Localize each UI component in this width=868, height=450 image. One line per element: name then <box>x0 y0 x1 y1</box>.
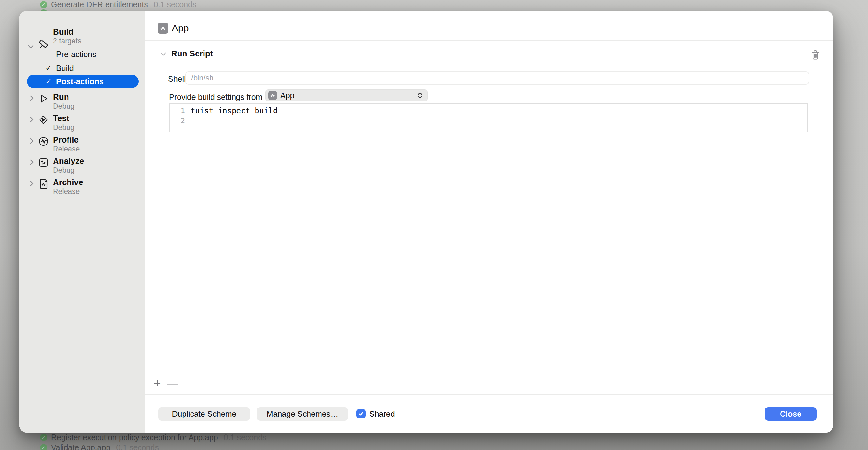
up-down-chevrons-icon <box>416 91 424 99</box>
log-row-duration: 0.1 seconds <box>154 0 196 9</box>
footer-divider <box>145 394 833 394</box>
log-row: ✓ Generate DER entitlements 0.1 seconds <box>40 0 196 9</box>
sidebar-item-build-subtitle: 2 targets <box>53 37 82 45</box>
script-editor[interactable]: 1 tuist inspect build 2 <box>169 103 808 132</box>
log-row-duration: 0.1 seconds <box>116 443 159 450</box>
app-target-icon <box>268 91 277 100</box>
app-target-icon <box>158 23 168 34</box>
line-number: 2 <box>169 117 185 125</box>
success-check-icon: ✓ <box>40 1 47 8</box>
shell-input-value: /bin/sh <box>191 73 214 83</box>
sidebar-item-test-subtitle: Debug <box>53 123 74 132</box>
log-row-label: Generate DER entitlements <box>51 0 148 9</box>
delete-script-button[interactable] <box>808 48 823 62</box>
sidebar-item-test[interactable]: Test <box>53 114 69 123</box>
sidebar-item-run[interactable]: Run <box>53 92 69 102</box>
shared-checkbox-label: Shared <box>369 410 395 419</box>
close-button[interactable]: Close <box>765 407 817 421</box>
shared-checkbox[interactable] <box>356 409 366 418</box>
scheme-detail-panel: App Run Script Shell /bin/sh Provide bui… <box>145 11 833 432</box>
build-settings-target-popup[interactable]: App <box>265 89 428 101</box>
sidebar-item-profile-subtitle: Release <box>53 145 80 153</box>
profile-pulse-icon <box>38 136 50 148</box>
duplicate-scheme-button[interactable]: Duplicate Scheme <box>158 407 250 421</box>
archive-icon <box>38 178 50 190</box>
remove-action-button[interactable]: — <box>165 377 180 389</box>
add-action-button[interactable]: + <box>150 376 165 390</box>
chevron-down-icon[interactable] <box>27 43 35 51</box>
script-code: tuist inspect build <box>190 106 278 115</box>
success-check-icon: ✓ <box>40 434 47 441</box>
sidebar-item-analyze-subtitle: Debug <box>53 166 74 174</box>
script-line: 2 <box>169 116 807 126</box>
sidebar-item-label: Pre-actions <box>56 50 96 59</box>
sidebar-item-label: Post-actions <box>56 77 104 86</box>
checkmark-icon: ✓ <box>45 77 56 86</box>
section-divider <box>157 137 819 137</box>
trash-icon <box>810 49 821 61</box>
line-number: 1 <box>169 107 185 115</box>
analyze-icon <box>38 157 50 169</box>
popup-selected-value: App <box>280 91 416 100</box>
log-row-label: Register execution policy exception for … <box>51 433 218 442</box>
chevron-down-icon[interactable] <box>159 50 167 58</box>
sidebar-item-build[interactable]: Build <box>53 27 73 36</box>
sidebar-item-build-step[interactable]: ✓ Build <box>45 62 74 74</box>
shell-label: Shell <box>168 74 186 84</box>
scheme-actions-sidebar: Build 2 targets Pre-actions ✓ Build ✓ Po… <box>19 11 145 432</box>
log-row-label: Validate App.app <box>51 443 110 450</box>
header-divider <box>145 40 833 40</box>
chevron-right-icon[interactable] <box>28 137 35 144</box>
run-script-section-title: Run Script <box>171 49 213 59</box>
log-row: ✓ Register execution policy exception fo… <box>40 433 267 442</box>
chevron-right-icon[interactable] <box>28 116 35 123</box>
checkmark-icon: ✓ <box>45 64 56 72</box>
script-line: 1 tuist inspect build <box>169 106 807 116</box>
sidebar-item-profile[interactable]: Profile <box>53 135 79 144</box>
chevron-right-icon[interactable] <box>28 180 35 187</box>
provide-build-settings-label: Provide build settings from <box>169 93 262 102</box>
sidebar-item-run-subtitle: Debug <box>53 102 74 110</box>
checkmark-icon <box>358 411 364 417</box>
sidebar-item-archive-subtitle: Release <box>53 187 80 196</box>
sidebar-item-post-actions-selected[interactable]: ✓ Post-actions <box>27 75 138 88</box>
log-row-duration: 0.1 seconds <box>224 433 267 442</box>
sidebar-item-pre-actions[interactable]: Pre-actions <box>45 49 96 60</box>
test-diamond-icon <box>38 114 50 126</box>
chevron-right-icon[interactable] <box>28 95 35 102</box>
manage-schemes-button[interactable]: Manage Schemes… <box>257 407 348 421</box>
log-row: ✓ Validate App.app 0.1 seconds <box>40 443 159 450</box>
shell-input[interactable]: /bin/sh <box>185 71 809 85</box>
chevron-right-icon[interactable] <box>28 159 35 166</box>
play-icon <box>38 93 50 105</box>
scheme-target-title: App <box>172 23 189 34</box>
sidebar-item-analyze[interactable]: Analyze <box>53 156 84 166</box>
edit-scheme-dialog: Build 2 targets Pre-actions ✓ Build ✓ Po… <box>19 11 833 432</box>
sidebar-item-label: Build <box>56 64 74 73</box>
success-check-icon: ✓ <box>40 444 47 450</box>
sidebar-item-archive[interactable]: Archive <box>53 178 83 187</box>
